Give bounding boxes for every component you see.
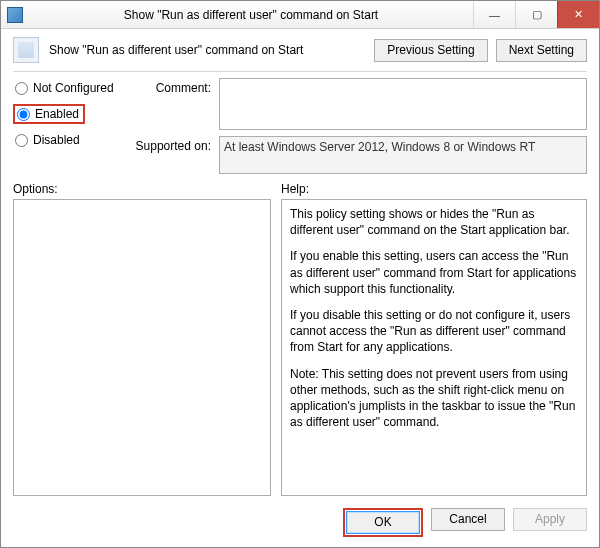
help-body[interactable]: This policy setting shows or hides the "… [281,199,587,496]
nav-buttons: Previous Setting Next Setting [374,39,587,62]
help-paragraph: Note: This setting does not prevent user… [290,366,578,431]
radio-enabled[interactable]: Enabled [13,104,85,124]
help-paragraph: If you disable this setting or do not co… [290,307,578,356]
dialog-window: Show "Run as different user" command on … [0,0,600,548]
radio-disabled-label: Disabled [33,133,80,147]
policy-icon [13,37,39,63]
options-body[interactable] [13,199,271,496]
minimize-button[interactable]: — [473,1,515,28]
radio-disabled-input[interactable] [15,134,28,147]
radio-enabled-label: Enabled [35,107,79,121]
radio-disabled[interactable]: Disabled [13,132,123,148]
next-setting-button[interactable]: Next Setting [496,39,587,62]
state-radio-group: Not Configured Enabled Disabled [13,78,123,174]
comment-input[interactable] [219,78,587,130]
comment-label: Comment: [133,78,211,95]
close-button[interactable]: ✕ [557,1,599,28]
window-title: Show "Run as different user" command on … [29,8,473,22]
radio-not-configured[interactable]: Not Configured [13,80,123,96]
radio-enabled-input[interactable] [17,108,30,121]
supported-text [219,136,587,174]
options-label: Options: [13,182,271,196]
app-icon [7,7,23,23]
right-column: Comment: Supported on: [133,78,587,174]
help-label: Help: [281,182,587,196]
help-paragraph: If you enable this setting, users can ac… [290,248,578,297]
separator [13,71,587,72]
options-pane: Options: [13,182,271,496]
maximize-button[interactable]: ▢ [515,1,557,28]
help-paragraph: This policy setting shows or hides the "… [290,206,578,238]
comment-row: Comment: [133,78,587,130]
dialog-buttons: OK Cancel Apply [1,500,599,547]
title-bar: Show "Run as different user" command on … [1,1,599,29]
header-row: Show "Run as different user" command on … [1,29,599,69]
config-row: Not Configured Enabled Disabled Comment:… [1,78,599,174]
panes: Options: Help: This policy setting shows… [1,174,599,500]
radio-not-configured-input[interactable] [15,82,28,95]
ok-button[interactable]: OK [346,511,420,534]
help-pane: Help: This policy setting shows or hides… [281,182,587,496]
cancel-button[interactable]: Cancel [431,508,505,531]
supported-label: Supported on: [133,136,211,153]
window-buttons: — ▢ ✕ [473,1,599,28]
apply-button[interactable]: Apply [513,508,587,531]
previous-setting-button[interactable]: Previous Setting [374,39,487,62]
policy-name: Show "Run as different user" command on … [49,43,364,57]
radio-not-configured-label: Not Configured [33,81,114,95]
ok-highlight: OK [343,508,423,537]
supported-row: Supported on: [133,136,587,174]
